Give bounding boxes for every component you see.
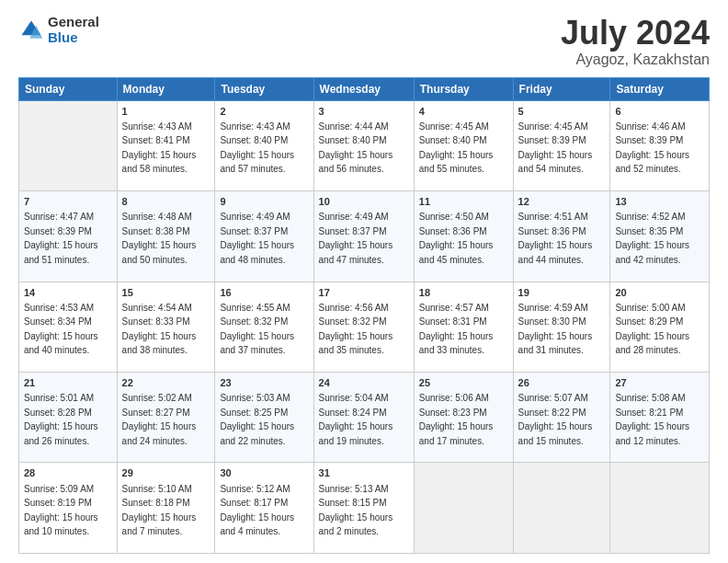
cell-content: Sunrise: 4:46 AMSunset: 8:39 PMDaylight:…: [615, 121, 689, 175]
calendar-cell: 2Sunrise: 4:43 AMSunset: 8:40 PMDaylight…: [215, 100, 313, 190]
cell-content: Sunrise: 4:55 AMSunset: 8:32 PMDaylight:…: [220, 303, 294, 356]
calendar-cell: 29Sunrise: 5:10 AMSunset: 8:18 PMDayligh…: [117, 463, 215, 554]
date-number: 17: [319, 286, 409, 300]
date-number: 14: [24, 286, 112, 300]
calendar-cell: 26Sunrise: 5:07 AMSunset: 8:22 PMDayligh…: [513, 373, 610, 463]
cell-content: Sunrise: 4:54 AMSunset: 8:33 PMDaylight:…: [122, 303, 197, 356]
date-number: 16: [220, 286, 308, 300]
calendar-cell: 9Sunrise: 4:49 AMSunset: 8:37 PMDaylight…: [215, 191, 313, 282]
logo-text: General Blue: [48, 15, 99, 45]
date-number: 5: [518, 105, 606, 119]
cell-content: Sunrise: 4:44 AMSunset: 8:40 PMDaylight:…: [319, 121, 393, 175]
cell-content: Sunrise: 5:02 AMSunset: 8:27 PMDaylight:…: [122, 393, 197, 446]
calendar-cell: [513, 463, 610, 554]
day-header-monday: Monday: [117, 77, 215, 100]
calendar-cell: [610, 463, 710, 554]
week-row-4: 28Sunrise: 5:09 AMSunset: 8:19 PMDayligh…: [19, 463, 710, 554]
cell-content: Sunrise: 4:45 AMSunset: 8:40 PMDaylight:…: [419, 121, 494, 175]
date-number: 3: [319, 105, 409, 119]
cell-content: Sunrise: 4:43 AMSunset: 8:41 PMDaylight:…: [122, 121, 197, 175]
date-number: 30: [220, 466, 308, 480]
cell-content: Sunrise: 5:07 AMSunset: 8:22 PMDaylight:…: [518, 393, 593, 446]
date-number: 31: [319, 466, 409, 480]
calendar-cell: [19, 100, 118, 190]
logo-blue: Blue: [48, 30, 99, 46]
calendar-cell: 1Sunrise: 4:43 AMSunset: 8:41 PMDaylight…: [117, 100, 215, 190]
week-row-2: 14Sunrise: 4:53 AMSunset: 8:34 PMDayligh…: [19, 282, 710, 372]
week-row-0: 1Sunrise: 4:43 AMSunset: 8:41 PMDaylight…: [19, 100, 710, 190]
calendar-cell: 27Sunrise: 5:08 AMSunset: 8:21 PMDayligh…: [610, 373, 710, 463]
date-number: 22: [122, 376, 210, 390]
date-number: 26: [518, 376, 606, 390]
calendar-cell: 14Sunrise: 4:53 AMSunset: 8:34 PMDayligh…: [19, 282, 118, 372]
calendar-cell: 28Sunrise: 5:09 AMSunset: 8:19 PMDayligh…: [19, 463, 118, 554]
cell-content: Sunrise: 5:04 AMSunset: 8:24 PMDaylight:…: [319, 393, 393, 446]
calendar-cell: 13Sunrise: 4:52 AMSunset: 8:35 PMDayligh…: [610, 191, 710, 282]
date-number: 15: [122, 286, 210, 300]
calendar-cell: 12Sunrise: 4:51 AMSunset: 8:36 PMDayligh…: [513, 191, 610, 282]
calendar-cell: 11Sunrise: 4:50 AMSunset: 8:36 PMDayligh…: [414, 191, 513, 282]
calendar-cell: 24Sunrise: 5:04 AMSunset: 8:24 PMDayligh…: [313, 373, 414, 463]
calendar-cell: 22Sunrise: 5:02 AMSunset: 8:27 PMDayligh…: [117, 373, 215, 463]
day-header-thursday: Thursday: [414, 77, 513, 100]
subtitle: Ayagoz, Kazakhstan: [561, 52, 710, 68]
cell-content: Sunrise: 5:10 AMSunset: 8:18 PMDaylight:…: [122, 484, 197, 537]
date-number: 21: [24, 376, 112, 390]
day-header-friday: Friday: [513, 77, 610, 100]
date-number: 4: [419, 105, 508, 119]
logo: General Blue: [18, 15, 99, 45]
cell-content: Sunrise: 4:49 AMSunset: 8:37 PMDaylight:…: [220, 212, 294, 265]
date-number: 12: [518, 195, 606, 209]
calendar-cell: 30Sunrise: 5:12 AMSunset: 8:17 PMDayligh…: [215, 463, 313, 554]
cell-content: Sunrise: 4:57 AMSunset: 8:31 PMDaylight:…: [419, 303, 494, 356]
date-number: 1: [122, 105, 210, 119]
date-number: 11: [419, 195, 508, 209]
calendar-table: SundayMondayTuesdayWednesdayThursdayFrid…: [18, 77, 710, 554]
cell-content: Sunrise: 4:52 AMSunset: 8:35 PMDaylight:…: [615, 212, 689, 265]
cell-content: Sunrise: 4:43 AMSunset: 8:40 PMDaylight:…: [220, 121, 294, 175]
cell-content: Sunrise: 5:06 AMSunset: 8:23 PMDaylight:…: [419, 393, 494, 446]
day-header-wednesday: Wednesday: [313, 77, 414, 100]
logo-icon: [18, 17, 44, 43]
date-number: 20: [615, 286, 704, 300]
header: General Blue July 2024 Ayagoz, Kazakhsta…: [18, 15, 710, 68]
cell-content: Sunrise: 5:13 AMSunset: 8:15 PMDaylight:…: [319, 484, 393, 537]
cell-content: Sunrise: 5:09 AMSunset: 8:19 PMDaylight:…: [24, 484, 98, 537]
cell-content: Sunrise: 5:01 AMSunset: 8:28 PMDaylight:…: [24, 393, 98, 446]
calendar-cell: 20Sunrise: 5:00 AMSunset: 8:29 PMDayligh…: [610, 282, 710, 372]
calendar-cell: 7Sunrise: 4:47 AMSunset: 8:39 PMDaylight…: [19, 191, 118, 282]
date-number: 19: [518, 286, 606, 300]
date-number: 18: [419, 286, 508, 300]
logo-general: General: [48, 15, 99, 30]
date-number: 24: [319, 376, 409, 390]
date-number: 23: [220, 376, 308, 390]
cell-content: Sunrise: 4:53 AMSunset: 8:34 PMDaylight:…: [24, 303, 98, 356]
day-header-saturday: Saturday: [610, 77, 710, 100]
day-header-tuesday: Tuesday: [215, 77, 313, 100]
calendar-cell: 10Sunrise: 4:49 AMSunset: 8:37 PMDayligh…: [313, 191, 414, 282]
date-number: 25: [419, 376, 508, 390]
week-row-1: 7Sunrise: 4:47 AMSunset: 8:39 PMDaylight…: [19, 191, 710, 282]
calendar-cell: 8Sunrise: 4:48 AMSunset: 8:38 PMDaylight…: [117, 191, 215, 282]
calendar-cell: [414, 463, 513, 554]
calendar-cell: 15Sunrise: 4:54 AMSunset: 8:33 PMDayligh…: [117, 282, 215, 372]
date-number: 10: [319, 195, 409, 209]
cell-content: Sunrise: 4:49 AMSunset: 8:37 PMDaylight:…: [319, 212, 393, 265]
date-number: 13: [615, 195, 704, 209]
cell-content: Sunrise: 4:59 AMSunset: 8:30 PMDaylight:…: [518, 303, 593, 356]
calendar-cell: 5Sunrise: 4:45 AMSunset: 8:39 PMDaylight…: [513, 100, 610, 190]
calendar-page: General Blue July 2024 Ayagoz, Kazakhsta…: [0, 0, 728, 563]
calendar-cell: 16Sunrise: 4:55 AMSunset: 8:32 PMDayligh…: [215, 282, 313, 372]
cell-content: Sunrise: 4:45 AMSunset: 8:39 PMDaylight:…: [518, 121, 593, 175]
calendar-cell: 19Sunrise: 4:59 AMSunset: 8:30 PMDayligh…: [513, 282, 610, 372]
date-number: 7: [24, 195, 112, 209]
date-number: 29: [122, 466, 210, 480]
date-number: 27: [615, 376, 704, 390]
date-number: 6: [615, 105, 704, 119]
cell-content: Sunrise: 4:50 AMSunset: 8:36 PMDaylight:…: [419, 212, 494, 265]
calendar-cell: 6Sunrise: 4:46 AMSunset: 8:39 PMDaylight…: [610, 100, 710, 190]
day-header-sunday: Sunday: [19, 77, 118, 100]
main-title: July 2024: [561, 15, 710, 52]
cell-content: Sunrise: 5:00 AMSunset: 8:29 PMDaylight:…: [615, 303, 689, 356]
date-number: 9: [220, 195, 308, 209]
